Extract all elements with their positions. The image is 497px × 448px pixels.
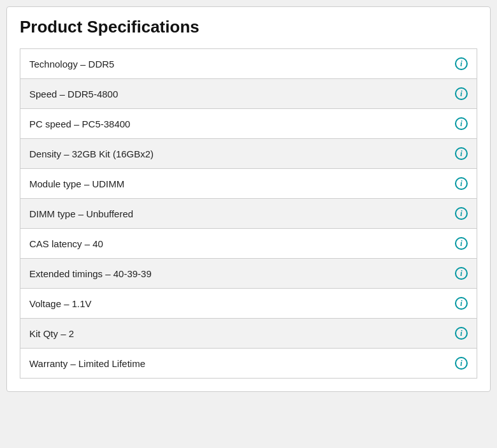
- spec-row-extended-timings: Extended timings – 40-39-39i: [20, 259, 477, 289]
- spec-row-technology: Technology – DDR5i: [20, 49, 477, 79]
- spec-row-module-type: Module type – UDIMMi: [20, 169, 477, 199]
- info-icon-extended-timings[interactable]: i: [455, 267, 468, 280]
- spec-label-module-type: Module type – UDIMM: [29, 178, 450, 189]
- spec-row-kit-qty: Kit Qty – 2i: [20, 319, 477, 349]
- info-icon-warranty[interactable]: i: [455, 357, 468, 370]
- info-icon-technology[interactable]: i: [455, 57, 468, 70]
- spec-label-voltage: Voltage – 1.1V: [29, 298, 450, 309]
- info-icon-pc-speed[interactable]: i: [455, 117, 468, 130]
- spec-row-pc-speed: PC speed – PC5-38400i: [20, 109, 477, 139]
- spec-row-voltage: Voltage – 1.1Vi: [20, 289, 477, 319]
- spec-table: Technology – DDR5iSpeed – DDR5-4800iPC s…: [20, 48, 477, 379]
- spec-label-speed: Speed – DDR5-4800: [29, 89, 450, 99]
- spec-label-dimm-type: DIMM type – Unbuffered: [29, 208, 450, 219]
- spec-label-warranty: Warranty – Limited Lifetime: [29, 358, 450, 369]
- spec-row-dimm-type: DIMM type – Unbufferedi: [20, 199, 477, 229]
- product-specifications-card: Product Specifications Technology – DDR5…: [6, 6, 491, 392]
- spec-label-kit-qty: Kit Qty – 2: [29, 328, 450, 339]
- info-icon-dimm-type[interactable]: i: [455, 207, 468, 220]
- spec-label-pc-speed: PC speed – PC5-38400: [29, 119, 450, 129]
- info-icon-module-type[interactable]: i: [455, 177, 468, 190]
- info-icon-density[interactable]: i: [455, 147, 468, 160]
- spec-row-speed: Speed – DDR5-4800i: [20, 79, 477, 109]
- page-title: Product Specifications: [20, 17, 477, 37]
- spec-label-technology: Technology – DDR5: [29, 59, 450, 69]
- info-icon-speed[interactable]: i: [455, 87, 468, 100]
- info-icon-voltage[interactable]: i: [455, 297, 468, 310]
- spec-label-extended-timings: Extended timings – 40-39-39: [29, 268, 450, 279]
- spec-row-cas-latency: CAS latency – 40i: [20, 229, 477, 259]
- spec-label-cas-latency: CAS latency – 40: [29, 238, 450, 249]
- spec-label-density: Density – 32GB Kit (16GBx2): [29, 148, 450, 159]
- info-icon-kit-qty[interactable]: i: [455, 327, 468, 340]
- info-icon-cas-latency[interactable]: i: [455, 237, 468, 250]
- spec-row-warranty: Warranty – Limited Lifetimei: [20, 349, 477, 378]
- spec-row-density: Density – 32GB Kit (16GBx2)i: [20, 139, 477, 169]
